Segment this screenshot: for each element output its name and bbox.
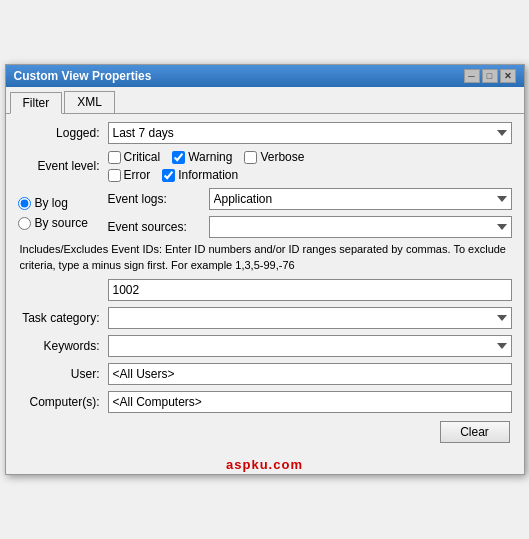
warning-checkbox-label[interactable]: Warning: [172, 150, 232, 164]
minimize-button[interactable]: ─: [464, 69, 480, 83]
event-level-checkboxes: Critical Warning Verbose Error Informati…: [108, 150, 512, 182]
event-logs-label: Event logs:: [108, 192, 203, 206]
event-logs-row: Event logs: Application System Security: [108, 188, 512, 210]
critical-label: Critical: [124, 150, 161, 164]
event-sources-select[interactable]: [209, 216, 512, 238]
user-label: User:: [18, 367, 108, 381]
error-checkbox[interactable]: [108, 169, 121, 182]
radio-section: By log By source Event logs: Application…: [18, 188, 512, 238]
user-row: User:: [18, 363, 512, 385]
radio-column: By log By source: [18, 196, 108, 230]
verbose-checkbox-label[interactable]: Verbose: [244, 150, 304, 164]
error-checkbox-label[interactable]: Error: [108, 168, 151, 182]
event-logs-select-wrapper: Application System Security: [209, 188, 512, 210]
information-checkbox[interactable]: [162, 169, 175, 182]
information-checkbox-label[interactable]: Information: [162, 168, 238, 182]
by-log-radio-label[interactable]: By log: [18, 196, 108, 210]
event-sources-row: Event sources:: [108, 216, 512, 238]
tab-filter[interactable]: Filter: [10, 92, 63, 114]
keywords-label: Keywords:: [18, 339, 108, 353]
title-bar-buttons: ─ □ ✕: [464, 69, 516, 83]
user-input-wrapper: [108, 363, 512, 385]
keywords-select-wrapper: [108, 335, 512, 357]
info-text: Includes/Excludes Event IDs: Enter ID nu…: [18, 242, 512, 273]
by-log-label: By log: [35, 196, 68, 210]
watermark: aspku.com: [6, 453, 524, 474]
event-logs-select[interactable]: Application System Security: [209, 188, 512, 210]
filter-content: Logged: Last 7 days Last hour Last 12 ho…: [6, 114, 524, 453]
event-sources-select-wrapper: [209, 216, 512, 238]
computer-row: Computer(s):: [18, 391, 512, 413]
title-bar: Custom View Properties ─ □ ✕: [6, 65, 524, 87]
close-button[interactable]: ✕: [500, 69, 516, 83]
keywords-select[interactable]: [108, 335, 512, 357]
event-id-input[interactable]: [108, 279, 512, 301]
buttons-row: Clear: [18, 421, 512, 443]
clear-button[interactable]: Clear: [440, 421, 510, 443]
radio-fields: Event logs: Application System Security …: [108, 188, 512, 238]
by-log-radio[interactable]: [18, 197, 31, 210]
event-id-wrapper: [108, 279, 512, 301]
task-category-label: Task category:: [18, 311, 108, 325]
by-source-radio[interactable]: [18, 217, 31, 230]
watermark-text: aspku.com: [226, 457, 303, 472]
computer-label: Computer(s):: [18, 395, 108, 409]
by-source-label: By source: [35, 216, 88, 230]
dialog-title: Custom View Properties: [14, 69, 152, 83]
task-category-select[interactable]: [108, 307, 512, 329]
by-source-radio-label[interactable]: By source: [18, 216, 108, 230]
logged-select[interactable]: Last 7 days Last hour Last 12 hours Last…: [108, 122, 512, 144]
computer-input[interactable]: [108, 391, 512, 413]
event-level-label: Event level:: [18, 159, 108, 173]
event-level-row: Event level: Critical Warning Verbose: [18, 150, 512, 182]
verbose-checkbox[interactable]: [244, 151, 257, 164]
critical-checkbox-label[interactable]: Critical: [108, 150, 161, 164]
task-category-row: Task category:: [18, 307, 512, 329]
information-label: Information: [178, 168, 238, 182]
task-category-select-wrapper: [108, 307, 512, 329]
computer-input-wrapper: [108, 391, 512, 413]
warning-checkbox[interactable]: [172, 151, 185, 164]
user-input[interactable]: [108, 363, 512, 385]
logged-label: Logged:: [18, 126, 108, 140]
warning-label: Warning: [188, 150, 232, 164]
error-label: Error: [124, 168, 151, 182]
tab-bar: Filter XML: [6, 87, 524, 114]
maximize-button[interactable]: □: [482, 69, 498, 83]
tab-xml[interactable]: XML: [64, 91, 115, 113]
verbose-label: Verbose: [260, 150, 304, 164]
event-sources-label: Event sources:: [108, 220, 203, 234]
critical-checkbox[interactable]: [108, 151, 121, 164]
keywords-row: Keywords:: [18, 335, 512, 357]
logged-dropdown-wrapper: Last 7 days Last hour Last 12 hours Last…: [108, 122, 512, 144]
logged-row: Logged: Last 7 days Last hour Last 12 ho…: [18, 122, 512, 144]
dialog: Custom View Properties ─ □ ✕ Filter XML …: [5, 64, 525, 475]
